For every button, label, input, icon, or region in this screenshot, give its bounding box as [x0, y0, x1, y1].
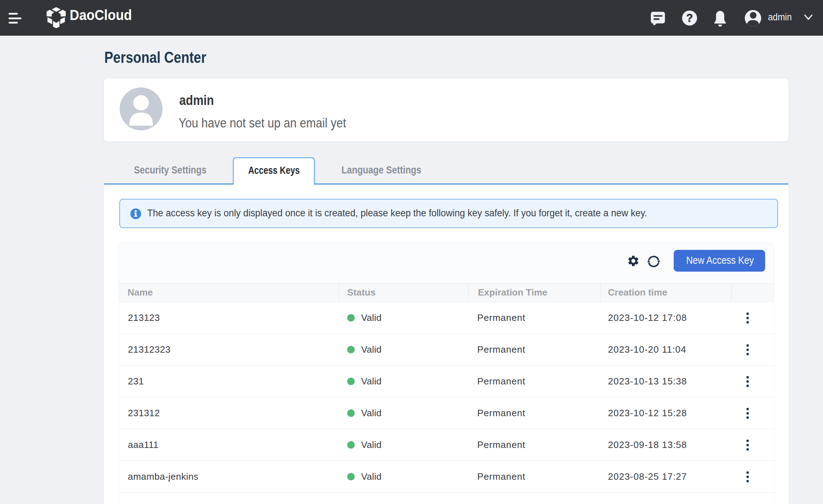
svg-text:?: ? [686, 12, 693, 24]
